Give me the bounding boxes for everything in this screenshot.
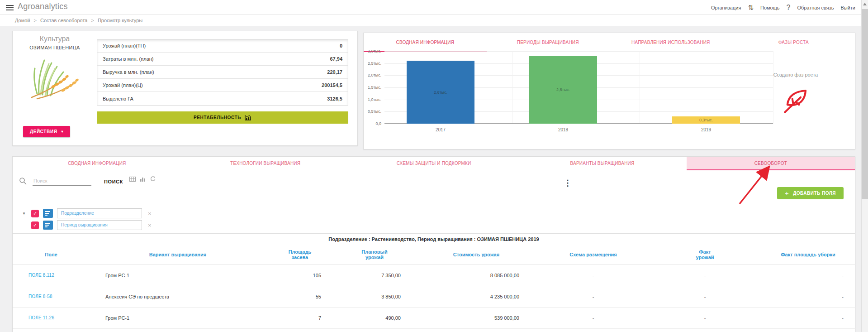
filter-funnel-icon[interactable] (43, 221, 53, 230)
breadcrumb-separator: > (91, 18, 94, 23)
help-icon[interactable]: ? (786, 4, 790, 12)
field-link[interactable]: ПОЛЕ 11.26 (13, 307, 90, 328)
close-icon[interactable]: × (148, 222, 152, 229)
filter-checkbox[interactable]: ✓ (31, 221, 39, 229)
stat-label: Выделено ГА (103, 96, 133, 101)
add-fields-button[interactable]: + ДОБАВИТЬ ПОЛЯ (777, 187, 844, 199)
refresh-icon[interactable] (150, 176, 156, 182)
breadcrumb-home[interactable]: Домой (15, 18, 30, 23)
scrollbar-thumb[interactable] (862, 9, 868, 199)
filter-funnel-icon[interactable] (43, 209, 53, 218)
fact-yield-cell: - (649, 328, 761, 332)
culture-name: ОЗИМАЯ ПШЕНИЦА (13, 45, 97, 50)
tab-protection-schemes[interactable]: СХЕМЫ ЗАЩИТЫ И ПОДКОРМКИ (350, 157, 518, 170)
vertical-scrollbar[interactable] (861, 0, 868, 332)
column-fact-yield[interactable]: Факт урожай (649, 245, 761, 265)
divider (13, 233, 855, 234)
gridline (384, 51, 773, 52)
fact-harvest-area-cell: - (761, 286, 855, 307)
column-variant[interactable]: Вариант выращивания (90, 245, 266, 265)
wheat-image (25, 53, 84, 101)
stat-label: Выручка в млн. (план) (103, 69, 154, 75)
table-row: ПОЛЕ 11.49 Граф СЭ по предш... 15 1 125,… (13, 328, 855, 332)
yield-cost-cell: 4 235 000,00 (415, 286, 537, 307)
stat-row: Выручка в млн. (план) 220,17 (97, 66, 348, 79)
top-navigation: Организация ⇅ Помощь ? Обратная связь Вы… (711, 0, 855, 15)
placement-scheme-cell: - (537, 307, 649, 328)
table-header-row: Поле Вариант выращивания Площадь засева … (13, 245, 855, 265)
y-tick-label: 1,0тыс. (368, 97, 381, 102)
filter-field-division[interactable]: Подразделение (57, 208, 142, 218)
column-placement-scheme[interactable]: Схема размещения (537, 245, 649, 265)
close-icon[interactable]: × (148, 210, 152, 217)
field-link[interactable]: ПОЛЕ 8-58 (13, 286, 90, 307)
actions-label: ДЕЙСТВИЯ (30, 129, 57, 134)
scroll-up-icon[interactable] (863, 3, 867, 5)
tab-growing-periods[interactable]: ПЕРИОДЫ ВЫРАЩИВАНИЯ (487, 33, 610, 52)
app-title: Agroanalytics (18, 2, 68, 11)
bar-2019[interactable]: 0,3тыс. (672, 116, 740, 124)
plus-icon: + (785, 189, 789, 197)
filter-field-growing-period[interactable]: Период выращивания (57, 220, 142, 230)
bar-2017[interactable]: 2,6тыс. (407, 61, 474, 124)
tab-summary-info-bottom[interactable]: СВОДНАЯ ИНФОРМАЦИЯ (13, 157, 181, 170)
breadcrumb-crop-rotation[interactable]: Состав севооборота (40, 18, 88, 23)
chart-view-icon[interactable] (140, 177, 146, 182)
nav-organization[interactable]: Организация (711, 5, 741, 10)
organization-switch-icon[interactable]: ⇅ (748, 4, 754, 12)
fact-yield-cell: - (649, 307, 761, 328)
fact-yield-cell: - (649, 286, 761, 307)
sow-area-cell: 55 (266, 286, 334, 307)
hamburger-menu-icon[interactable] (6, 5, 14, 12)
stat-label: Затраты в млн. (план) (103, 56, 154, 62)
nav-feedback[interactable]: Обратная связь (797, 5, 834, 10)
fact-yield-cell: - (649, 265, 761, 286)
fact-harvest-area-cell: - (761, 307, 855, 328)
chart-icon (245, 115, 251, 120)
x-tick-label: 2019 (672, 127, 740, 132)
bar-value-label: 0,3тыс. (699, 118, 713, 122)
breadcrumb: Домой > Состав севооборота > Просмотр ку… (0, 15, 868, 26)
field-link[interactable]: ПОЛЕ 8.112 (13, 265, 90, 286)
table-view-icon[interactable] (129, 177, 136, 182)
more-options-icon[interactable]: ⋮ (561, 178, 574, 188)
top-bar: Agroanalytics Организация ⇅ Помощь ? Обр… (0, 0, 868, 15)
details-panel: СВОДНАЯ ИНФОРМАЦИЯ ТЕХНОЛОГИИ ВЫРАЩИВАНИ… (12, 156, 855, 332)
y-tick-label: 0,5тыс. (368, 109, 381, 114)
stat-label: Урожай (план)(Ц) (103, 82, 143, 88)
search-button[interactable]: ПОИСК (104, 179, 123, 184)
gridline (640, 51, 640, 124)
stat-label: Урожай (план)(ТН) (103, 43, 146, 48)
actions-button[interactable]: ДЕЙСТВИЯ ▾ (23, 126, 70, 137)
nav-logout[interactable]: Выйти (840, 5, 855, 10)
tab-summary-info[interactable]: СВОДНАЯ ИНФОРМАЦИЯ (364, 33, 487, 52)
y-tick-label: 2,5тыс. (368, 61, 381, 66)
placement-scheme-cell: - (537, 286, 649, 307)
y-tick-label: 1,5тыс. (368, 85, 381, 90)
collapse-caret-icon[interactable]: ▾ (21, 211, 27, 216)
filter-checkbox[interactable]: ✓ (31, 210, 39, 217)
tab-growth-phases[interactable]: ФАЗЫ РОСТА (732, 33, 855, 52)
search-input[interactable] (33, 177, 91, 186)
stat-row: Выделено ГА 3126,5 (97, 92, 348, 105)
column-fact-harvest-area[interactable]: Факт площадь уборки (761, 245, 855, 265)
planned-yield-cell: 1 125,00 (334, 328, 415, 332)
column-planned-yield[interactable]: Плановый урожай (334, 245, 415, 265)
placement-scheme-cell: - (537, 328, 649, 332)
column-sow-area[interactable]: Площадь засева (266, 245, 334, 265)
tab-growing-variants[interactable]: ВАРИАНТЫ ВЫРАЩИВАНИЯ (518, 157, 686, 170)
column-field[interactable]: Поле (13, 245, 90, 265)
bar-chart: 3,0тыс. 2,5тыс. 2,0тыс. 1,5тыс. 1,0тыс. … (384, 51, 773, 124)
stat-row: Урожай (план)(Ц) 200154,5 (97, 79, 348, 92)
tab-growing-technologies[interactable]: ТЕХНОЛОГИИ ВЫРАЩИВАНИЯ (181, 157, 349, 170)
tab-crop-rotation[interactable]: СЕВООБОРОТ (687, 157, 855, 170)
stat-value: 0 (340, 43, 342, 48)
nav-help[interactable]: Помощь (760, 5, 780, 10)
stat-value: 200154,5 (322, 82, 342, 88)
profitability-button[interactable]: РЕНТАБЕЛЬНОСТЬ (97, 111, 348, 124)
fields-table: Поле Вариант выращивания Площадь засева … (13, 245, 855, 332)
field-link[interactable]: ПОЛЕ 11.49 (13, 328, 90, 332)
tab-usage-directions[interactable]: НАПРАВЛЕНИЯ ИСПОЛЬЗОВАНИЯ (609, 33, 732, 52)
bar-2018[interactable]: 2,8тыс. (529, 56, 597, 124)
column-yield-cost[interactable]: Стоимость урожая (415, 245, 537, 265)
